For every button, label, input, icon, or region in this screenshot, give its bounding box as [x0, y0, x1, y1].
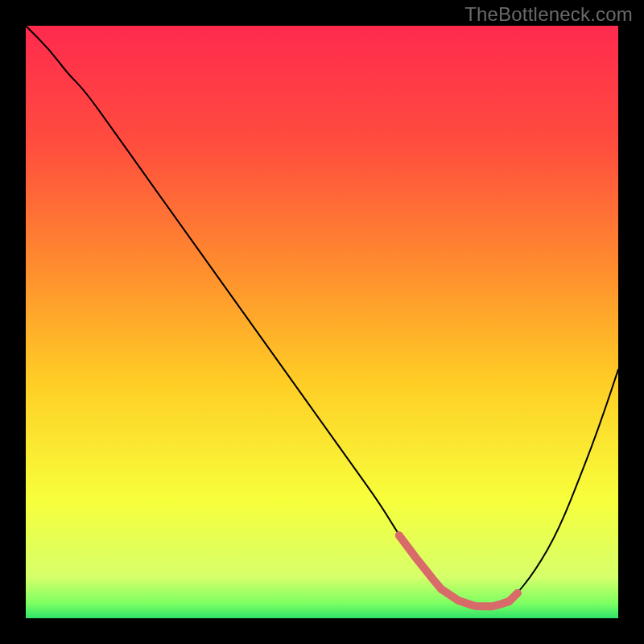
bottleneck-chart — [26, 26, 618, 618]
watermark-text: TheBottleneck.com — [464, 3, 633, 26]
chart-container: TheBottleneck.com — [0, 0, 644, 644]
chart-background — [26, 26, 618, 618]
